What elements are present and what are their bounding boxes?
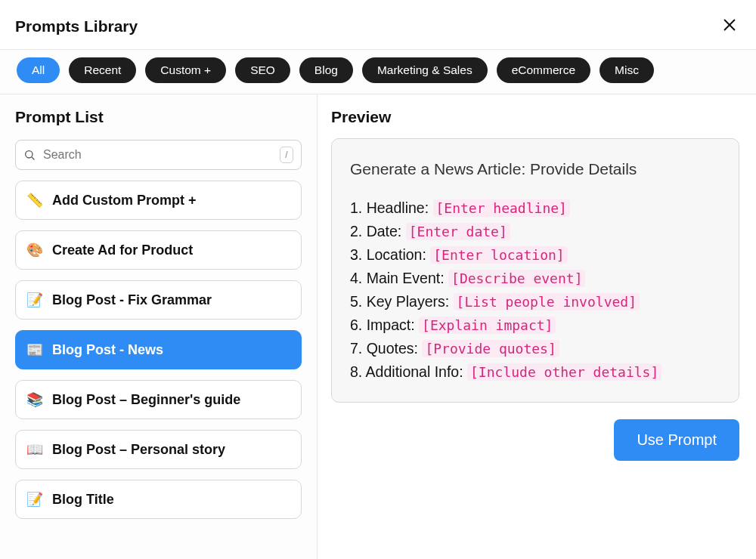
search-field-wrapper[interactable]: / bbox=[15, 140, 302, 170]
list-item-blog-title[interactable]: 📝 Blog Title bbox=[15, 480, 302, 519]
placeholder-token: [Include other details] bbox=[467, 363, 662, 381]
line-prefix: 2. Date: bbox=[350, 223, 406, 239]
tab-blog[interactable]: Blog bbox=[299, 57, 353, 83]
preview-line: 3. Location: [Enter location] bbox=[350, 246, 720, 264]
svg-line-3 bbox=[32, 157, 34, 159]
prompt-list-title: Prompt List bbox=[15, 108, 302, 126]
line-prefix: 8. Additional Info: bbox=[350, 363, 467, 380]
slash-shortcut-hint: / bbox=[280, 147, 293, 163]
modal-header: Prompts Library bbox=[0, 0, 756, 49]
memo-icon: 📝 bbox=[26, 491, 43, 508]
use-prompt-button[interactable]: Use Prompt bbox=[614, 419, 739, 461]
preview-line: 4. Main Event: [Describe event] bbox=[350, 270, 720, 287]
tab-all[interactable]: All bbox=[17, 57, 60, 83]
placeholder-token: [List people involved] bbox=[454, 293, 640, 310]
close-icon bbox=[721, 24, 738, 36]
placeholder-token: [Enter location] bbox=[430, 246, 567, 264]
line-prefix: 3. Location: bbox=[350, 246, 430, 263]
preview-line: 2. Date: [Enter date] bbox=[350, 223, 720, 240]
list-item-label: Blog Post - Fix Grammar bbox=[52, 292, 212, 308]
close-button[interactable] bbox=[718, 14, 741, 39]
list-item-label: Blog Post - News bbox=[52, 342, 163, 358]
list-item-beginners-guide[interactable]: 📚 Blog Post – Beginner's guide bbox=[15, 380, 302, 419]
list-item-personal-story[interactable]: 📖 Blog Post – Personal story bbox=[15, 430, 302, 469]
memo-icon: 📝 bbox=[26, 292, 43, 308]
line-prefix: 5. Key Players: bbox=[350, 293, 454, 310]
placeholder-token: [Provide quotes] bbox=[422, 340, 559, 357]
tab-ecommerce[interactable]: eCommerce bbox=[497, 57, 590, 83]
preview-title: Preview bbox=[331, 108, 739, 126]
modal-title: Prompts Library bbox=[15, 17, 138, 36]
list-item-label: Create Ad for Product bbox=[52, 242, 193, 258]
list-item-label: Add Custom Prompt + bbox=[52, 193, 197, 208]
preview-heading: Generate a News Article: Provide Details bbox=[350, 160, 720, 178]
preview-line: 7. Quotes: [Provide quotes] bbox=[350, 340, 720, 357]
line-prefix: 4. Main Event: bbox=[350, 270, 448, 286]
tab-seo[interactable]: SEO bbox=[235, 57, 290, 83]
list-item-fix-grammar[interactable]: 📝 Blog Post - Fix Grammar bbox=[15, 280, 302, 320]
preview-box: Generate a News Article: Provide Details… bbox=[331, 138, 739, 403]
search-icon bbox=[23, 149, 36, 161]
placeholder-token: [Describe event] bbox=[448, 270, 585, 287]
search-input[interactable] bbox=[43, 148, 272, 162]
line-prefix: 1. Headline: bbox=[350, 199, 433, 216]
preview-line: 8. Additional Info: [Include other detai… bbox=[350, 363, 720, 381]
tab-marketing-sales[interactable]: Marketing & Sales bbox=[362, 57, 488, 83]
list-item-label: Blog Post – Personal story bbox=[52, 442, 225, 458]
preview-line: 5. Key Players: [List people involved] bbox=[350, 293, 720, 310]
newspaper-icon: 📰 bbox=[26, 341, 43, 358]
list-item-label: Blog Post – Beginner's guide bbox=[52, 392, 240, 408]
open-book-icon: 📖 bbox=[26, 441, 43, 458]
list-item-label: Blog Title bbox=[52, 492, 114, 508]
tab-custom[interactable]: Custom + bbox=[145, 57, 226, 83]
svg-point-2 bbox=[26, 151, 33, 158]
list-item-add-custom[interactable]: 📏 Add Custom Prompt + bbox=[15, 181, 302, 220]
tab-misc[interactable]: Misc bbox=[600, 57, 654, 83]
list-item-blog-news[interactable]: 📰 Blog Post - News bbox=[15, 330, 302, 369]
palette-icon: 🎨 bbox=[26, 242, 43, 258]
books-icon: 📚 bbox=[26, 391, 43, 408]
ruler-icon: 📏 bbox=[26, 192, 43, 208]
placeholder-token: [Explain impact] bbox=[419, 317, 556, 334]
line-prefix: 6. Impact: bbox=[350, 317, 419, 333]
category-tabs: All Recent Custom + SEO Blog Marketing &… bbox=[0, 49, 756, 94]
tab-recent[interactable]: Recent bbox=[69, 57, 136, 83]
prompt-list: 📏 Add Custom Prompt + 🎨 Create Ad for Pr… bbox=[15, 181, 302, 519]
preview-lines: 1. Headline: [Enter headline] 2. Date: [… bbox=[350, 199, 720, 381]
preview-line: 1. Headline: [Enter headline] bbox=[350, 199, 720, 217]
placeholder-token: [Enter date] bbox=[406, 223, 510, 240]
preview-line: 6. Impact: [Explain impact] bbox=[350, 317, 720, 334]
list-item-create-ad[interactable]: 🎨 Create Ad for Product bbox=[15, 230, 302, 270]
placeholder-token: [Enter headline] bbox=[433, 199, 570, 217]
line-prefix: 7. Quotes: bbox=[350, 340, 422, 357]
